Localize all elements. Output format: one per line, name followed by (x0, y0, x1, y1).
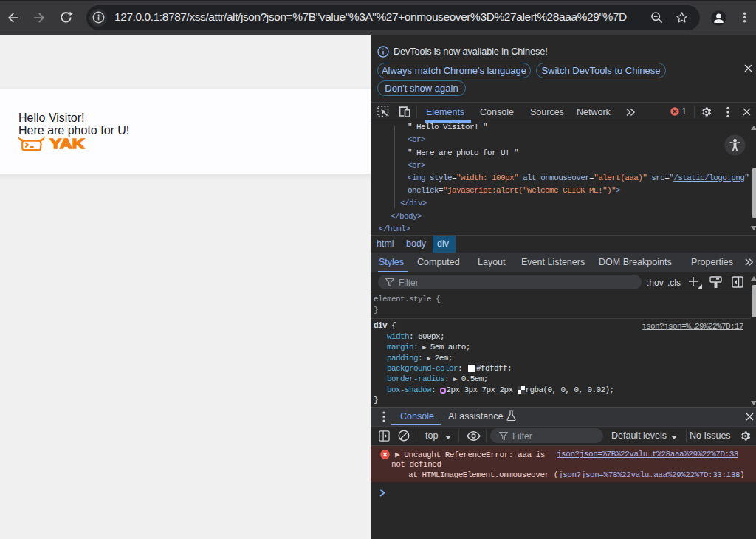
svg-text:YAK: YAK (50, 136, 85, 151)
